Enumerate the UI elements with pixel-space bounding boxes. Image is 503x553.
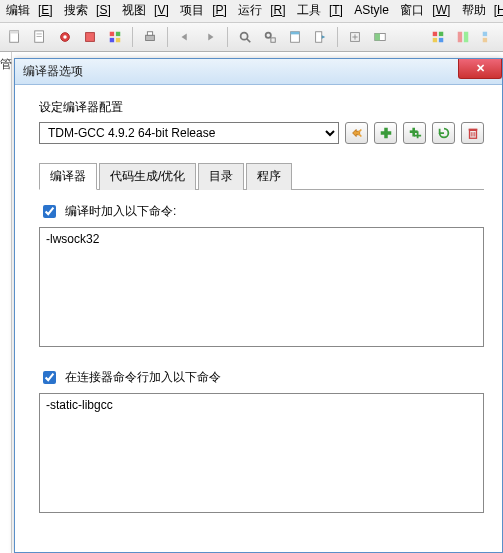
tool-bookmark-icon[interactable] [284, 26, 306, 48]
linker-commands-checkbox[interactable] [43, 371, 56, 384]
svg-rect-26 [433, 32, 437, 36]
delete-config-button[interactable] [461, 122, 484, 144]
toolbar-separator [337, 27, 338, 47]
linker-commands-textarea[interactable] [39, 393, 484, 513]
tool-goto-icon[interactable] [309, 26, 331, 48]
toolbar-separator [167, 27, 168, 47]
menu-bar: 编辑[E] 搜索[S] 视图[V] 项目[P] 运行[R] 工具[T] ASty… [0, 0, 503, 22]
tool-replace-icon[interactable] [259, 26, 281, 48]
menu-astyle[interactable]: AStyle [354, 3, 389, 17]
tool-redo-icon[interactable] [199, 26, 221, 48]
tab-codegen[interactable]: 代码生成/优化 [99, 163, 196, 190]
toolbar-separator [227, 27, 228, 47]
tool-find-icon[interactable] [234, 26, 256, 48]
dialog-title: 编译器选项 [23, 63, 83, 80]
menu-view[interactable]: 视图[V] [122, 3, 169, 17]
svg-line-15 [247, 39, 251, 43]
left-panel-fragment: 管 [0, 52, 12, 553]
svg-rect-7 [86, 33, 95, 42]
svg-rect-12 [146, 35, 155, 40]
svg-rect-30 [458, 32, 462, 43]
svg-rect-10 [110, 38, 114, 42]
config-label: 设定编译器配置 [39, 99, 484, 116]
svg-rect-13 [147, 32, 152, 36]
svg-point-14 [241, 33, 248, 40]
menu-edit[interactable]: 编辑[E] [6, 3, 53, 17]
compile-commands-label: 编译时加入以下命令: [65, 203, 176, 220]
tab-compiler[interactable]: 编译器 [39, 163, 97, 190]
svg-point-6 [63, 35, 67, 39]
menu-window[interactable]: 窗口[W] [400, 3, 450, 17]
svg-rect-29 [439, 38, 443, 42]
menu-help[interactable]: 帮助[H] [462, 3, 503, 17]
tool-doc1-icon[interactable] [4, 26, 26, 48]
compiler-options-dialog: 编译器选项 ✕ 设定编译器配置 TDM-GCC 4.9.2 64-bit Rel… [14, 58, 503, 553]
tool-insert-icon[interactable] [344, 26, 366, 48]
svg-rect-37 [409, 130, 417, 133]
svg-rect-31 [464, 32, 468, 43]
compile-commands-checkbox[interactable] [43, 205, 56, 218]
compile-commands-textarea[interactable] [39, 227, 484, 347]
svg-rect-33 [483, 38, 487, 42]
svg-rect-1 [10, 31, 19, 34]
reset-config-button[interactable] [432, 122, 455, 144]
svg-rect-32 [483, 32, 487, 36]
tool-grid-icon[interactable] [427, 26, 449, 48]
compiler-config-select[interactable]: TDM-GCC 4.9.2 64-bit Release [39, 122, 339, 144]
tool-palette-icon[interactable] [104, 26, 126, 48]
dialog-tabs: 编译器 代码生成/优化 目录 程序 [39, 162, 484, 190]
svg-rect-11 [116, 38, 120, 42]
svg-rect-41 [468, 129, 477, 131]
svg-rect-25 [375, 34, 380, 41]
svg-rect-35 [380, 131, 391, 135]
svg-point-16 [266, 33, 271, 38]
rename-config-button[interactable] [345, 122, 368, 144]
tool-undo-icon[interactable] [174, 26, 196, 48]
svg-rect-8 [110, 32, 114, 36]
linker-commands-label: 在连接器命令行加入以下命令 [65, 369, 221, 386]
svg-rect-17 [271, 38, 275, 42]
menu-project[interactable]: 项目[P] [180, 3, 227, 17]
add-config-button[interactable] [374, 122, 397, 144]
copy-config-button[interactable] [403, 122, 426, 144]
close-button[interactable]: ✕ [458, 59, 502, 79]
tool-gear-red2-icon[interactable] [79, 26, 101, 48]
tool-doc2-icon[interactable] [29, 26, 51, 48]
toolbar-separator [132, 27, 133, 47]
tool-gear-red-icon[interactable] [54, 26, 76, 48]
tool-grid2-icon[interactable] [452, 26, 474, 48]
svg-rect-28 [433, 38, 437, 42]
menu-run[interactable]: 运行[R] [238, 3, 285, 17]
tool-grid3-icon[interactable] [477, 26, 499, 48]
svg-rect-4 [37, 36, 42, 37]
menu-tools[interactable]: 工具[T] [297, 3, 343, 17]
tool-toggle-icon[interactable] [369, 26, 391, 48]
svg-rect-20 [316, 32, 322, 43]
menu-search[interactable]: 搜索[S] [64, 3, 111, 17]
tab-programs[interactable]: 程序 [246, 163, 292, 190]
svg-rect-39 [414, 135, 421, 137]
dialog-titlebar[interactable]: 编译器选项 ✕ [15, 59, 502, 85]
svg-rect-3 [37, 34, 42, 35]
svg-rect-9 [116, 32, 120, 36]
main-toolbar [0, 22, 503, 52]
svg-rect-27 [439, 32, 443, 36]
tab-dirs[interactable]: 目录 [198, 163, 244, 190]
svg-rect-19 [291, 32, 300, 35]
tool-print-icon[interactable] [139, 26, 161, 48]
